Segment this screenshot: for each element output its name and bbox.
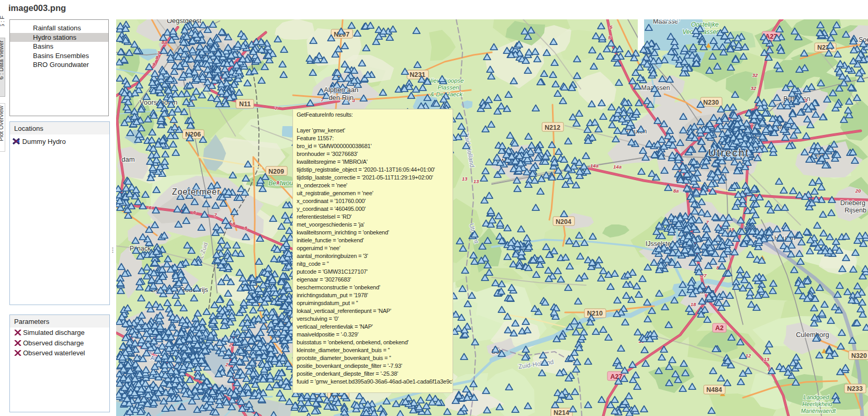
svg-text:Plassen: Plassen [438,84,459,91]
svg-text:N230: N230 [703,99,719,106]
svg-text:den Rijn: den Rijn [329,94,354,102]
svg-text:32: 32 [752,72,758,78]
svg-text:Landgoed: Landgoed [804,394,830,400]
svg-text:N231: N231 [410,71,425,78]
svg-text:13: 13 [474,178,479,184]
svg-text:N212: N212 [545,124,560,131]
svg-text:18: 18 [691,301,696,307]
svg-text:Alphen aan: Alphen aan [324,86,358,94]
svg-text:6: 6 [149,205,152,210]
svg-text:N320: N320 [851,352,867,359]
svg-text:Mariënwaerdt: Mariënwaerdt [801,408,837,414]
svg-text:8: 8 [232,221,235,227]
svg-text:dam: dam [121,155,134,163]
svg-text:32: 32 [751,85,757,91]
svg-text:8a: 8a [673,188,679,194]
svg-text:N11: N11 [239,100,251,108]
svg-text:N214: N214 [554,409,569,416]
svg-text:7: 7 [214,212,217,218]
svg-text:8: 8 [155,54,159,60]
svg-text:6: 6 [193,209,196,215]
svg-text:13: 13 [462,176,468,182]
svg-text:5: 5 [608,35,611,40]
svg-text:A2: A2 [715,324,724,332]
svg-text:9: 9 [276,179,279,185]
svg-text:Utrecht: Utrecht [708,147,749,159]
svg-text:Oostelijke: Oostelijke [691,21,719,28]
svg-text:A27: A27 [611,373,623,380]
svg-text:8: 8 [244,225,247,231]
svg-text:13: 13 [764,356,770,362]
svg-text:Zoetermeer: Zoetermeer [172,187,221,196]
svg-text:14a: 14a [590,163,599,168]
svg-text:N484: N484 [706,386,722,393]
svg-text:Heerlijkheid: Heerlijkheid [802,401,832,407]
svg-text:5: 5 [610,24,613,30]
svg-text:9: 9 [152,61,155,67]
svg-text:20: 20 [855,188,861,194]
svg-text:Plassen: Plassen [660,19,680,22]
svg-text:N206: N206 [185,131,201,138]
svg-text:Rijsenb: Rijsenb [844,207,866,214]
svg-text:N210: N210 [587,310,603,317]
svg-text:N233: N233 [847,385,863,392]
svg-text:7: 7 [275,105,278,111]
svg-text:Drieberg: Drieberg [840,199,865,207]
svg-text:N204: N204 [556,218,571,226]
svg-text:N209: N209 [268,168,284,175]
svg-text:14a: 14a [613,164,622,170]
svg-text:Culemborg: Culemborg [796,331,829,339]
